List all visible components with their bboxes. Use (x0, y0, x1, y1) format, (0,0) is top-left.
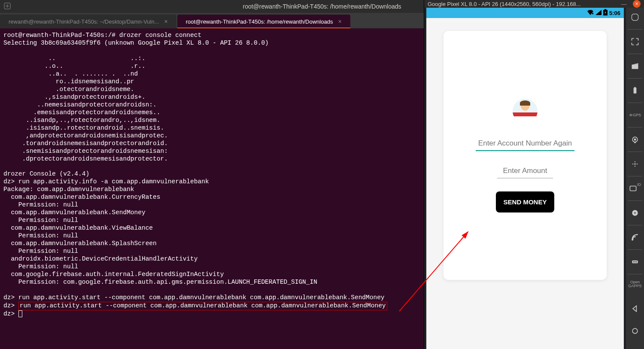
term-line: Permission: null (3, 232, 78, 239)
term-line: drozer Console (v2.4.4) (3, 170, 89, 177)
term-line: Permission: null (3, 263, 78, 270)
terminal-title: root@rewanth-ThinkPad-T450s: /home/rewan… (243, 3, 401, 10)
tab-label: root@rewanth-ThinkPad-T450s: /home/rewan… (186, 18, 333, 25)
svg-rect-13 (634, 142, 635, 143)
avatar-icon (513, 99, 538, 124)
term-line: dz> run app.activity.info -a com.app.dam… (3, 178, 209, 185)
term-line: Package: com.app.damnvulnerablebank (3, 186, 134, 193)
emulator-window: Google Pixel XL 8.0 - API 26 (1440x2560,… (424, 0, 644, 349)
home-nav-icon[interactable] (629, 325, 641, 337)
term-line: dz> run app.activity.start --component c… (3, 294, 385, 301)
term-line: .,sisandprotectorandroids+. (3, 94, 146, 100)
svg-point-22 (636, 261, 637, 263)
disc-icon[interactable] (629, 207, 641, 219)
svg-rect-7 (632, 65, 638, 69)
term-line: androidx.biometric.DeviceCredentialHandl… (3, 255, 197, 262)
term-line: .emesisandprotectorandroidsnemes.. (3, 109, 160, 116)
minimize-button[interactable]: — (620, 0, 628, 8)
cursor (18, 310, 22, 317)
svg-rect-5 (605, 9, 606, 10)
term-line: com.app.damnvulnerablebank.CurrencyRates (3, 194, 160, 200)
close-button[interactable]: × (633, 0, 641, 8)
term-line: com.app.damnvulnerablebank.ViewBalance (3, 225, 153, 231)
term-line: ..isandp,..,rotectorandro,..,idsnem. (3, 117, 160, 124)
recents-nav-icon[interactable] (629, 347, 641, 349)
battery-icon (603, 9, 608, 17)
wifi-rss-icon[interactable] (629, 231, 641, 243)
android-statusbar: 5:06 (426, 8, 624, 18)
term-line-prefix: dz> (3, 302, 18, 309)
status-time: 5:06 (609, 10, 620, 16)
term-line: com.app.damnvulnerablebank.SplashScreen (3, 240, 157, 247)
account-number-field[interactable] (476, 137, 574, 151)
emulator-titlebar: Google Pixel XL 8.0 - API 26 (1440x2560,… (424, 0, 644, 8)
term-line: ro..idsnemesisand..pr (3, 78, 134, 85)
rotate-icon[interactable] (629, 11, 641, 23)
wifi-icon (587, 10, 594, 16)
term-line: root@rewanth-ThinkPad-T450s:/# drozer co… (3, 32, 201, 39)
term-line: com.app.damnvulnerablebank.SendMoney (3, 209, 146, 216)
opengapps-icon[interactable]: OpenGAPPS (629, 280, 641, 288)
term-line: Selecting 3b8c69a63405f9f6 (unknown Goog… (3, 39, 269, 46)
clapperboard-icon[interactable] (629, 60, 641, 72)
svg-point-10 (630, 115, 631, 115)
term-line: com.google.firebase.auth.internal.Federa… (3, 271, 224, 278)
fullscreen-icon[interactable] (629, 36, 641, 48)
term-line: Permission: null (3, 201, 78, 208)
app-content: SEND MONEY (426, 18, 624, 349)
terminal-window: root@rewanth-ThinkPad-T450s: /home/rewan… (0, 0, 424, 349)
move-icon[interactable] (629, 158, 641, 170)
svg-point-21 (635, 261, 636, 263)
term-line: .snemisisandprotectorandroidsnemesisan: (3, 148, 168, 155)
signal-icon (595, 10, 601, 16)
term-line: .dprotectorandroidsnemesisandprotector. (3, 155, 168, 162)
terminal-titlebar: root@rewanth-ThinkPad-T450s: /home/rewan… (0, 0, 424, 13)
id-icon[interactable]: ID (629, 182, 641, 194)
gps-icon[interactable]: GPS (629, 109, 641, 121)
svg-point-17 (634, 212, 635, 213)
term-line: ..o.. .r.. (3, 63, 146, 70)
term-line: ,andprotectorandroidsnemisisandprotec. (3, 132, 168, 139)
term-line: .isisandp..rotectorandroid..snemisis. (3, 124, 164, 131)
term-line: ..a.. . ....... . ..nd (3, 70, 138, 77)
tab-close-icon[interactable]: × (164, 18, 168, 25)
svg-point-23 (632, 328, 638, 334)
phone-screen: 5:06 SEND MONEY (426, 8, 624, 349)
term-line: .otectorandroidsneme. (3, 86, 134, 93)
term-line: .. ..:. (3, 55, 146, 62)
svg-point-18 (632, 239, 633, 240)
term-line: Permission: null (3, 217, 78, 224)
send-money-button[interactable]: SEND MONEY (496, 191, 555, 212)
send-money-card: SEND MONEY (444, 31, 607, 280)
term-line: .torandroidsnemesisandprotectorandroid. (3, 140, 168, 147)
terminal-content[interactable]: root@rewanth-ThinkPad-T450s:/# drozer co… (0, 28, 424, 349)
more-icon[interactable] (629, 256, 641, 268)
svg-point-20 (633, 261, 634, 263)
emulator-sidebar: GPS ID OpenGAPPS (626, 8, 644, 349)
svg-point-14 (634, 163, 635, 164)
term-line: Permission: com.google.firebase.auth.api… (3, 279, 317, 285)
svg-point-12 (634, 139, 636, 141)
terminal-tab-1[interactable]: rewanth@rewanth-ThinkPad-T450s: ~/Deskto… (0, 15, 176, 28)
term-line: ..nemesisandprotectorandroidsn:. (3, 101, 157, 108)
emulator-title: Google Pixel XL 8.0 - API 26 (1440x2560,… (428, 1, 581, 7)
tab-close-icon[interactable]: × (338, 18, 341, 25)
term-line: Permission: null (3, 248, 78, 255)
svg-rect-15 (630, 186, 636, 191)
svg-rect-8 (634, 88, 637, 93)
tab-label: rewanth@rewanth-ThinkPad-T450s: ~/Deskto… (9, 18, 159, 25)
terminal-tabs: rewanth@rewanth-ThinkPad-T450s: ~/Deskto… (0, 13, 424, 28)
battery-icon[interactable] (629, 85, 641, 97)
emulator-screen-area: 5:06 SEND MONEY (424, 8, 626, 349)
camera-icon[interactable] (629, 134, 641, 146)
back-nav-icon[interactable] (629, 303, 641, 315)
highlighted-command: run app.activity.start --component com.a… (18, 302, 387, 310)
new-tab-icon[interactable] (3, 2, 11, 11)
amount-field[interactable] (497, 164, 553, 179)
term-prompt: dz> (3, 310, 18, 317)
terminal-tab-2[interactable]: root@rewanth-ThinkPad-T450s: /home/rewan… (177, 15, 350, 28)
svg-rect-9 (634, 87, 635, 88)
